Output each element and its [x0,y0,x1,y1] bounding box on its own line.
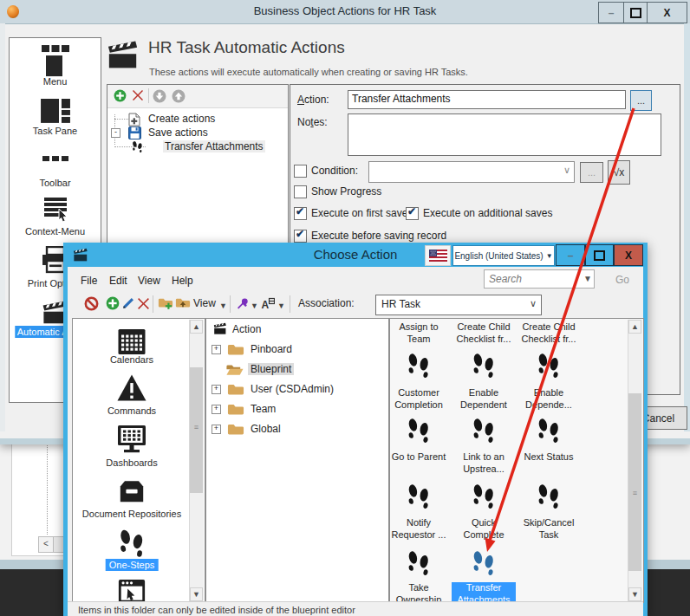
footprints-icon[interactable] [517,352,581,386]
tree-item-save-actions[interactable]: Save actions [146,126,210,139]
search-input[interactable] [484,269,595,289]
action-item-assign-to-team[interactable]: Assign to Team [389,321,451,346]
action-item-create-child-checklist-fr...[interactable]: Create Child Checklist fr... [517,321,581,346]
sidebar-item-context-menu[interactable]: Context-Menu [23,225,88,237]
expand-expander[interactable]: + [212,405,221,414]
action-item-next-status[interactable]: Next Status [517,451,581,464]
action-item-skip/cancel-task[interactable]: Skip/Cancel Task [517,517,581,541]
sidebar-item-task-pane[interactable]: Task Pane [30,125,80,137]
tree-item-blueprint[interactable]: Blueprint [248,363,294,375]
show-progress-checkbox[interactable] [294,185,307,198]
sidebar-item-calendars[interactable]: Calendars [107,353,157,366]
minimize-button[interactable]: – [556,244,585,266]
tree-root-action[interactable]: Action [232,323,261,335]
action-item-take-ownership[interactable]: Take Ownership [389,582,451,603]
minimize-button[interactable]: – [599,3,623,23]
footprints-icon[interactable] [452,483,516,517]
sidebar-scrollbar[interactable]: ▲ ≡ ▼ [189,320,204,601]
menu-help[interactable]: Help [172,275,193,287]
tree-item-user-csdadmin-[interactable]: User (CSDAdmin) [248,383,336,395]
footprints-icon[interactable] [452,549,516,584]
association-dropdown[interactable]: HR Task ∨ [375,295,542,315]
scroll-down-button[interactable]: ▼ [190,587,203,601]
tree-item-create-actions[interactable]: Create actions [146,113,217,125]
close-button[interactable]: X [647,3,687,23]
pin-icon[interactable] [236,297,249,310]
action-item-quick-complete[interactable]: Quick Complete [452,517,516,541]
delete-x-icon[interactable] [137,297,150,310]
chevron-down-icon[interactable]: ▼ [277,302,285,310]
sidebar-item-menu[interactable]: Menu [41,75,70,88]
footprints-icon[interactable] [389,549,451,584]
scroll-down-button[interactable]: ▼ [628,587,641,601]
sidebar-item-one-steps[interactable]: One-Steps [106,559,159,571]
footprints-icon[interactable] [452,352,516,386]
tree-item-global[interactable]: Global [248,423,283,435]
footprints-icon[interactable] [389,352,451,386]
action-item-enable-depende...[interactable]: Enable Depende... [517,387,581,412]
chevron-down-icon[interactable]: ▼ [219,302,227,310]
delete-action-button[interactable] [132,89,144,101]
expand-expander[interactable]: + [212,345,221,354]
execute-additional-saves-checkbox[interactable] [406,207,419,220]
footprints-icon[interactable] [389,417,451,451]
expression-editor-button[interactable]: √x [608,160,630,185]
tree-item-pinboard[interactable]: Pinboard [248,343,295,355]
action-input[interactable]: Transfer Attachments [348,90,626,109]
folder-up-icon[interactable] [175,296,191,309]
maximize-button[interactable] [623,3,647,23]
footprints-icon[interactable] [452,417,516,451]
menu-file[interactable]: File [81,275,97,287]
edit-pencil-icon[interactable] [121,296,135,310]
action-item-customer-completion[interactable]: Customer Completion [389,387,451,412]
move-down-button[interactable] [153,89,166,103]
maximize-button[interactable] [585,244,614,266]
sidebar-item-document-repositories[interactable]: Document Repositories [79,508,185,520]
add-action-button[interactable] [114,89,127,102]
scroll-up-button[interactable]: ▲ [628,320,641,334]
go-button[interactable]: Go [615,274,629,286]
language-flag-button[interactable] [425,245,451,266]
action-item-enable-dependent[interactable]: Enable Dependent [452,387,516,412]
close-button[interactable]: X [614,244,643,266]
footprints-icon[interactable] [517,417,581,451]
sidebar-item-commands[interactable]: Commands [104,405,159,417]
title-bar[interactable]: Business Object Actions for HR Task – X [0,0,690,24]
tree-item-team[interactable]: Team [248,403,278,415]
new-folder-icon[interactable] [158,296,173,309]
browse-action-button[interactable]: ... [630,90,652,111]
scroll-left-button[interactable]: < [39,537,54,552]
condition-dropdown[interactable]: ∨ [368,161,575,183]
execute-before-saving-checkbox[interactable] [294,230,307,243]
notes-input[interactable] [348,113,661,156]
block-icon[interactable] [84,296,99,311]
execute-first-save-checkbox[interactable] [294,207,307,220]
move-up-button[interactable] [172,89,186,103]
collapse-expander[interactable]: - [111,128,120,138]
scrollbar-thumb[interactable]: ≡ [628,393,641,571]
action-item-transfer-attachments[interactable]: Transfer Attachments [452,582,516,603]
footprints-icon[interactable] [517,483,581,517]
expand-expander[interactable]: + [212,385,221,394]
sidebar-item-toolbar[interactable]: Toolbar [36,177,73,189]
search-dropdown-icon[interactable]: ▼ [583,274,592,283]
footprints-icon[interactable] [389,483,451,517]
sidebar-item-dashboards[interactable]: Dashboards [102,457,160,469]
action-item-go-to-parent[interactable]: Go to Parent [389,451,451,464]
horizontal-scrollbar[interactable]: < [38,536,66,553]
tree-item-transfer-attachments[interactable]: Transfer Attachments [163,140,265,152]
view-menu-button[interactable]: View [193,297,216,309]
translate-icon[interactable]: A [261,297,275,311]
chevron-down-icon[interactable]: ▼ [251,302,258,310]
scroll-up-button[interactable]: ▲ [190,320,203,334]
action-item-create-child-checklist-fr...[interactable]: Create Child Checklist fr... [452,321,516,346]
add-icon[interactable] [106,296,120,310]
grid-scrollbar[interactable]: ▲ ≡ ▼ [628,320,642,601]
action-item-link-to-an-upstrea...[interactable]: Link to an Upstrea... [452,451,516,476]
condition-checkbox[interactable] [294,165,307,178]
language-dropdown[interactable]: English (United States)▼ [452,245,555,266]
expand-expander[interactable]: + [212,425,221,434]
action-item-notify-requestor-...[interactable]: Notify Requestor ... [389,517,451,541]
menu-view[interactable]: View [138,275,160,287]
condition-browse-button[interactable]: ... [580,162,603,183]
